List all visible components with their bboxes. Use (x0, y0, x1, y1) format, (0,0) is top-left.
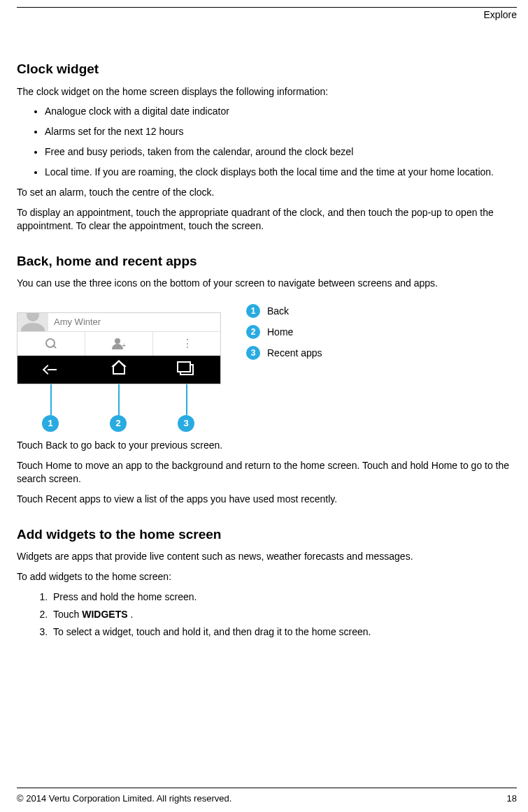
back-home-intro: You can use the three icons on the botto… (17, 277, 517, 290)
home-icon (85, 356, 153, 384)
legend-item-home: 2 Home (246, 325, 322, 339)
step-1: Press and hold the home screen. (50, 590, 517, 604)
phone-mock: Amy Winter + ⋮ (17, 312, 221, 384)
page-content: Clock widget The clock widget on the hom… (17, 22, 517, 774)
recent-apps-icon (152, 356, 220, 384)
legend-badge: 2 (246, 325, 260, 339)
heading-clock-widget: Clock widget (17, 60, 517, 78)
header-section-label: Explore (17, 7, 517, 22)
contact-name-label: Amy Winter (48, 316, 220, 328)
legend-item-recent: 3 Recent apps (246, 346, 322, 360)
clock-bullet-list: Analogue clock with a digital date indic… (17, 105, 517, 179)
search-icon (17, 332, 85, 356)
callout-lines: 1 2 3 (17, 384, 221, 432)
add-widgets-intro: Widgets are apps that provide live conte… (17, 550, 517, 563)
clock-bullet: Local time. If you are roaming, the cloc… (45, 166, 517, 179)
callout-badge-2: 2 (110, 415, 127, 432)
phone-mock-column: Amy Winter + ⋮ (17, 300, 227, 432)
nav-diagram: Amy Winter + ⋮ (17, 300, 517, 432)
clock-appt-para: To display an appointment, touch the app… (17, 206, 517, 233)
callout-badge-1: 1 (42, 415, 59, 432)
legend-label: Recent apps (267, 347, 322, 360)
clock-bullet: Alarms set for the next 12 hours (45, 125, 517, 138)
step-2: Touch WIDGETS . (50, 608, 517, 621)
heading-back-home: Back, home and recent apps (17, 252, 517, 270)
overflow-menu-icon: ⋮ (153, 332, 220, 356)
legend-column: 1 Back 2 Home 3 Recent apps (246, 300, 322, 432)
legend-label: Home (267, 326, 293, 339)
contact-row: Amy Winter (17, 313, 220, 332)
legend-label: Back (267, 305, 289, 318)
clock-bullet: Analogue clock with a digital date indic… (45, 105, 517, 118)
toolbar-row: + ⋮ (17, 332, 220, 356)
add-contact-icon: + (85, 332, 153, 356)
home-para: Touch Home to move an app to the backgro… (17, 459, 517, 486)
callout-line-2 (118, 384, 120, 415)
nav-bar (17, 356, 220, 384)
footer-page-number: 18 (507, 792, 517, 805)
footer-copyright: © 2014 Vertu Corporation Limited. All ri… (17, 792, 231, 805)
recent-para: Touch Recent apps to view a list of the … (17, 493, 517, 506)
back-icon (17, 356, 85, 384)
add-widgets-steps: Press and hold the home screen. Touch WI… (17, 590, 517, 639)
step-2-prefix: Touch (53, 609, 82, 620)
callout-line-1 (50, 384, 52, 415)
widgets-keyword: WIDGETS (82, 609, 130, 620)
add-widgets-lead: To add widgets to the home screen: (17, 570, 517, 583)
document-page: Explore Clock widget The clock widget on… (0, 0, 528, 812)
callout-line-3 (186, 384, 187, 415)
legend-badge: 3 (246, 346, 260, 360)
page-footer: © 2014 Vertu Corporation Limited. All ri… (17, 788, 517, 812)
callout-badge-3: 3 (178, 415, 194, 432)
heading-add-widgets: Add widgets to the home screen (17, 525, 517, 544)
step-3: To select a widget, touch and hold it, a… (50, 625, 517, 639)
avatar-icon (17, 313, 48, 331)
clock-intro: The clock widget on the home screen disp… (17, 85, 517, 99)
legend-item-back: 1 Back (246, 304, 322, 318)
clock-bullet: Free and busy periods, taken from the ca… (45, 145, 517, 159)
legend-badge: 1 (246, 304, 260, 318)
clock-alarm-para: To set an alarm, touch the centre of the… (17, 186, 517, 199)
back-para: Touch Back to go back to your previous s… (17, 439, 517, 452)
step-2-suffix: . (130, 609, 133, 620)
